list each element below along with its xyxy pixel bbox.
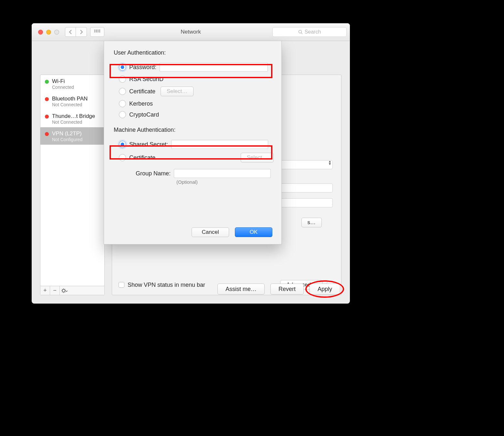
chevron-up-down-icon: ▲▼ xyxy=(328,160,331,165)
group-name-optional-label: (Optional) xyxy=(176,179,274,185)
show-all-button[interactable] xyxy=(90,27,104,37)
status-dot-icon xyxy=(45,132,49,136)
svg-point-10 xyxy=(62,289,65,292)
status-dot-icon xyxy=(45,80,49,84)
sidebar-item-label: Thunde…t Bridge xyxy=(52,113,95,119)
radio-password[interactable] xyxy=(119,64,126,71)
password-field[interactable] xyxy=(160,63,268,72)
option-label: Certificate xyxy=(129,154,155,161)
forward-button[interactable] xyxy=(76,27,87,37)
sidebar-item-status: Not Connected xyxy=(52,119,95,125)
status-dot-icon xyxy=(45,97,49,101)
revert-button[interactable]: Revert xyxy=(270,284,304,295)
sidebar-item-label: VPN (L2TP) xyxy=(52,130,82,137)
radio-certificate-user[interactable] xyxy=(119,88,126,95)
sidebar-item-vpn-l2tp[interactable]: VPN (L2TP) Not Configured xyxy=(40,127,104,145)
group-name-field[interactable] xyxy=(174,169,271,178)
nav-segment xyxy=(65,27,87,37)
close-icon[interactable] xyxy=(38,30,43,35)
svg-line-18 xyxy=(65,289,66,290)
sidebar-item-status: Not Configured xyxy=(52,137,82,142)
radio-kerberos[interactable] xyxy=(119,100,126,107)
option-label: Kerberos xyxy=(129,100,153,107)
radio-cryptocard[interactable] xyxy=(119,111,126,118)
user-auth-certificate-row[interactable]: Certificate Select… xyxy=(112,85,274,98)
traffic-lights xyxy=(35,30,65,35)
back-button[interactable] xyxy=(65,27,76,37)
radio-shared-secret[interactable] xyxy=(119,141,126,148)
interface-actions-button[interactable] xyxy=(60,286,69,295)
svg-rect-1 xyxy=(96,30,97,31)
sidebar-footer: + − xyxy=(40,286,104,295)
svg-point-8 xyxy=(299,30,301,33)
sidebar-item-thunderbolt-bridge[interactable]: Thunde…t Bridge Not Connected xyxy=(40,110,104,127)
sidebar-item-status: Connected xyxy=(52,85,74,90)
zoom-icon[interactable] xyxy=(54,30,59,35)
gear-icon xyxy=(61,288,68,293)
option-label: CryptoCard xyxy=(129,111,159,118)
machine-auth-shared-secret-row[interactable]: Shared Secret: xyxy=(112,138,274,151)
sidebar-item-bluetooth-pan[interactable]: Bluetooth PAN Not Connected xyxy=(40,92,104,110)
radio-certificate-machine[interactable] xyxy=(119,154,126,161)
svg-rect-6 xyxy=(98,31,99,32)
sheet-actions: Cancel OK xyxy=(192,227,272,237)
sidebar-item-wifi[interactable]: Wi-Fi Connected xyxy=(40,75,104,92)
option-label: Shared Secret: xyxy=(129,141,168,148)
minimize-icon[interactable] xyxy=(46,30,51,35)
network-preferences-window: Network Search Wi-Fi Connected B xyxy=(32,23,350,304)
svg-line-17 xyxy=(62,292,63,292)
machine-auth-certificate-row[interactable]: Certificate Select… xyxy=(112,151,274,164)
svg-rect-2 xyxy=(98,30,99,31)
select-certificate-machine-button: Select… xyxy=(241,153,274,162)
assist-me-button[interactable]: Assist me… xyxy=(217,284,265,295)
interfaces-sidebar: Wi-Fi Connected Bluetooth PAN Not Connec… xyxy=(40,75,105,295)
search-input[interactable]: Search xyxy=(272,27,347,37)
cancel-button[interactable]: Cancel xyxy=(192,227,229,237)
option-label: Certificate xyxy=(129,88,155,95)
group-name-label: Group Name: xyxy=(119,170,171,177)
svg-rect-7 xyxy=(99,31,100,32)
sidebar-item-label: Bluetooth PAN xyxy=(52,96,88,102)
sidebar-item-label: Wi-Fi xyxy=(52,78,74,85)
window-footer-buttons: Assist me… Revert Apply xyxy=(217,284,340,295)
svg-line-15 xyxy=(62,289,63,290)
search-icon xyxy=(298,30,303,34)
remove-interface-button[interactable]: − xyxy=(50,286,60,295)
svg-rect-4 xyxy=(94,31,95,32)
option-label: RSA SecurID xyxy=(129,76,163,83)
svg-rect-0 xyxy=(94,30,95,31)
svg-line-9 xyxy=(301,33,302,34)
option-label: Password: xyxy=(129,64,156,71)
user-auth-rsa-row[interactable]: RSA SecurID xyxy=(112,74,274,85)
search-placeholder: Search xyxy=(305,29,321,35)
select-certificate-user-button: Select… xyxy=(161,87,194,96)
authentication-settings-button[interactable]: s… xyxy=(301,218,322,227)
authentication-sheet: User Authentication: Password: RSA Secur… xyxy=(104,41,282,244)
ok-button[interactable]: OK xyxy=(235,227,272,237)
group-name-row: Group Name: xyxy=(112,164,274,179)
add-interface-button[interactable]: + xyxy=(40,286,50,295)
svg-rect-3 xyxy=(99,30,100,31)
apply-button[interactable]: Apply xyxy=(310,284,340,295)
show-vpn-status-checkbox[interactable] xyxy=(119,282,124,288)
user-auth-cryptocard-row[interactable]: CryptoCard xyxy=(112,109,274,120)
machine-authentication-label: Machine Authentication: xyxy=(114,127,274,133)
titlebar: Network Search xyxy=(32,23,350,41)
svg-rect-5 xyxy=(96,31,97,32)
status-dot-icon xyxy=(45,115,49,119)
user-authentication-label: User Authentication: xyxy=(114,49,274,56)
user-auth-password-row[interactable]: Password: xyxy=(112,61,274,74)
grid-icon xyxy=(94,30,100,34)
radio-rsa-securid[interactable] xyxy=(119,76,126,83)
interfaces-list: Wi-Fi Connected Bluetooth PAN Not Connec… xyxy=(40,75,104,286)
shared-secret-field[interactable] xyxy=(171,140,268,149)
user-auth-kerberos-row[interactable]: Kerberos xyxy=(112,98,274,109)
svg-line-16 xyxy=(65,292,66,292)
sidebar-item-status: Not Connected xyxy=(52,102,88,107)
